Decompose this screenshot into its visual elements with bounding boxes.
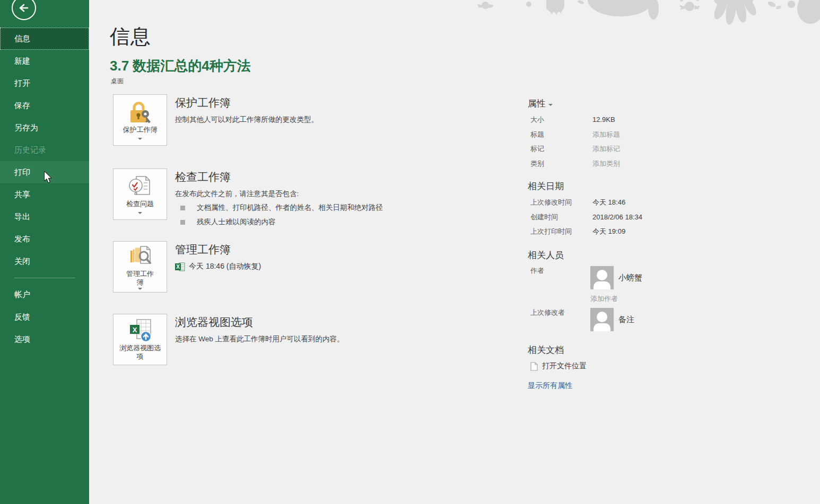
protect-workbook-button[interactable]: 保护工作簿 [113, 94, 167, 146]
check-for-issues-button[interactable]: 检查问题 [113, 169, 167, 220]
chevron-down-icon [548, 104, 553, 106]
sidebar-item-close[interactable]: 关闭 [0, 250, 89, 272]
browser-view-options-heading: 浏览器视图选项 [175, 315, 344, 330]
bullet-text: 残疾人士难以阅读的内容 [197, 217, 276, 227]
related-dates-title: 相关日期 [528, 180, 564, 192]
sidebar-item-new[interactable]: 新建 [0, 50, 89, 72]
last-modified-by-person[interactable]: 备注 [590, 308, 705, 331]
property-label: 类别 [530, 156, 592, 171]
manage-workbook-button[interactable]: 管理工作簿 [113, 241, 167, 293]
square-bullet-icon [180, 220, 185, 225]
section-inspect-workbook: 检查问题 检查工作簿 在发布此文件之前，请注意其是否包含: 文档属性、打印机路径… [113, 169, 383, 232]
sidebar-item-export[interactable]: 导出 [0, 206, 89, 228]
property-value-size: 12.9KB [592, 112, 690, 127]
author-person[interactable]: 小螃蟹 [590, 266, 705, 289]
date-label: 上次修改时间 [530, 195, 592, 210]
add-category-field[interactable]: 添加类别 [592, 156, 690, 171]
protect-workbook-button-label: 保护工作簿 [121, 126, 160, 134]
document-icon [530, 362, 538, 371]
autorecover-version-item[interactable]: X 今天 18:46 (自动恢复) [175, 262, 261, 271]
date-label: 创建时间 [530, 210, 592, 225]
sidebar-divider [14, 278, 75, 278]
workbook-title: 3.7 数据汇总的4种方法 [110, 57, 251, 75]
last-modified-by-avatar [590, 308, 614, 331]
author-label: 作者 [530, 266, 590, 276]
dropdown-caret-icon [138, 138, 142, 140]
manage-versions-icon [128, 244, 152, 269]
svg-text:X: X [176, 264, 180, 270]
page-title: 信息 [110, 23, 151, 50]
sidebar-nav: 信息 新建 打开 保存 另存为 历史记录 打印 共享 导出 发布 关闭 帐户 反… [0, 28, 89, 350]
author-avatar [590, 266, 614, 289]
last-modified-by-label: 上次修改者 [530, 308, 590, 317]
property-label: 标记 [530, 142, 592, 156]
autorecover-version-label: 今天 18:46 (自动恢复) [189, 262, 261, 271]
author-name: 小螃蟹 [618, 273, 642, 283]
protect-workbook-heading: 保护工作簿 [175, 95, 318, 110]
browser-view-options-button-label: 浏览器视图选项 [117, 344, 163, 361]
last-printed-value: 今天 19:09 [592, 224, 700, 239]
inspect-workbook-heading: 检查工作簿 [175, 170, 383, 184]
section-protect-workbook: 保护工作簿 保护工作簿 控制其他人可以对此工作簿所做的更改类型。 [113, 94, 318, 146]
property-label: 大小 [530, 112, 592, 127]
inspect-workbook-text: 检查工作簿 在发布此文件之前，请注意其是否包含: 文档属性、打印机路径、作者的姓… [175, 169, 383, 232]
bullet-item: 残疾人士难以阅读的内容 [175, 217, 383, 227]
lock-key-icon [128, 100, 152, 125]
property-label: 标题 [530, 127, 592, 142]
sidebar-item-publish[interactable]: 发布 [0, 228, 89, 250]
sidebar-item-share[interactable]: 共享 [0, 183, 89, 206]
sidebar-item-open[interactable]: 打开 [0, 72, 89, 94]
protect-workbook-description: 控制其他人可以对此工作簿所做的更改类型。 [175, 115, 318, 125]
open-file-location-label: 打开文件位置 [542, 361, 587, 371]
browser-view-options-description: 选择在 Web 上查看此工作簿时用户可以看到的内容。 [175, 334, 344, 344]
inspect-bullet-list: 文档属性、打印机路径、作者的姓名、相关日期和绝对路径 残疾人士难以阅读的内容 [175, 203, 383, 227]
created-value: 2018/2/06 18:34 [592, 210, 700, 225]
dropdown-caret-icon [138, 288, 142, 290]
section-manage-workbook: 管理工作簿 管理工作簿 X 今天 18:46 (自动恢复) [113, 241, 261, 293]
browser-view-options-button[interactable]: X 浏览器视图选项 [113, 314, 167, 365]
show-all-properties-link[interactable]: 显示所有属性 [528, 381, 572, 391]
excel-file-icon: X [175, 262, 185, 271]
related-dates-table: 上次修改时间 今天 18:46 创建时间 2018/2/06 18:34 上次打… [530, 195, 700, 239]
open-file-location-link[interactable]: 打开文件位置 [530, 361, 587, 371]
sidebar-item-options[interactable]: 选项 [0, 328, 89, 350]
related-people-title: 相关人员 [528, 249, 564, 261]
protect-workbook-text: 保护工作簿 控制其他人可以对此工作簿所做的更改类型。 [175, 94, 318, 146]
add-tag-field[interactable]: 添加标记 [592, 142, 690, 156]
sidebar-item-save[interactable]: 保存 [0, 94, 89, 117]
add-author-field[interactable]: 添加作者 [590, 294, 618, 304]
sidebar-item-history: 历史记录 [0, 139, 89, 161]
properties-table: 大小 12.9KB 标题 添加标题 标记 添加标记 类别 添加类别 [530, 112, 690, 171]
sidebar-item-account[interactable]: 帐户 [0, 284, 89, 306]
manage-workbook-button-label: 管理工作簿 [121, 270, 159, 287]
sidebar-item-feedback[interactable]: 反馈 [0, 306, 89, 328]
inspect-document-icon [128, 174, 152, 199]
svg-text:X: X [133, 325, 137, 333]
sidebar-item-info[interactable]: 信息 [0, 28, 89, 50]
back-button[interactable] [12, 0, 36, 20]
background-decoration [467, 0, 820, 28]
sidebar-item-save-as[interactable]: 另存为 [0, 117, 89, 139]
dropdown-caret-icon [138, 212, 142, 214]
browser-view-options-text: 浏览器视图选项 选择在 Web 上查看此工作簿时用户可以看到的内容。 [175, 314, 344, 365]
sidebar: 信息 新建 打开 保存 另存为 历史记录 打印 共享 导出 发布 关闭 帐户 反… [0, 0, 89, 504]
last-modified-by-row: 上次修改者 备注 [530, 308, 705, 331]
properties-title: 属性 [528, 99, 546, 109]
last-modified-by-name: 备注 [618, 315, 634, 325]
back-arrow-icon [17, 1, 31, 15]
square-bullet-icon [180, 206, 185, 210]
browser-view-icon: X [128, 319, 152, 343]
last-modified-value: 今天 18:46 [592, 195, 700, 210]
add-title-field[interactable]: 添加标题 [592, 127, 690, 142]
manage-workbook-heading: 管理工作簿 [175, 242, 261, 257]
properties-dropdown[interactable]: 属性 [528, 98, 553, 110]
date-label: 上次打印时间 [530, 224, 592, 239]
check-for-issues-button-label: 检查问题 [124, 200, 156, 208]
bullet-item: 文档属性、打印机路径、作者的姓名、相关日期和绝对路径 [175, 203, 383, 213]
sidebar-item-print[interactable]: 打印 [0, 161, 89, 183]
manage-workbook-text: 管理工作簿 X 今天 18:46 (自动恢复) [175, 241, 261, 293]
section-browser-view-options: X 浏览器视图选项 浏览器视图选项 选择在 Web 上查看此工作簿时用户可以看到… [113, 314, 344, 365]
bullet-text: 文档属性、打印机路径、作者的姓名、相关日期和绝对路径 [197, 203, 383, 213]
author-row: 作者 小螃蟹 [530, 266, 705, 289]
inspect-workbook-description: 在发布此文件之前，请注意其是否包含: [175, 189, 383, 199]
